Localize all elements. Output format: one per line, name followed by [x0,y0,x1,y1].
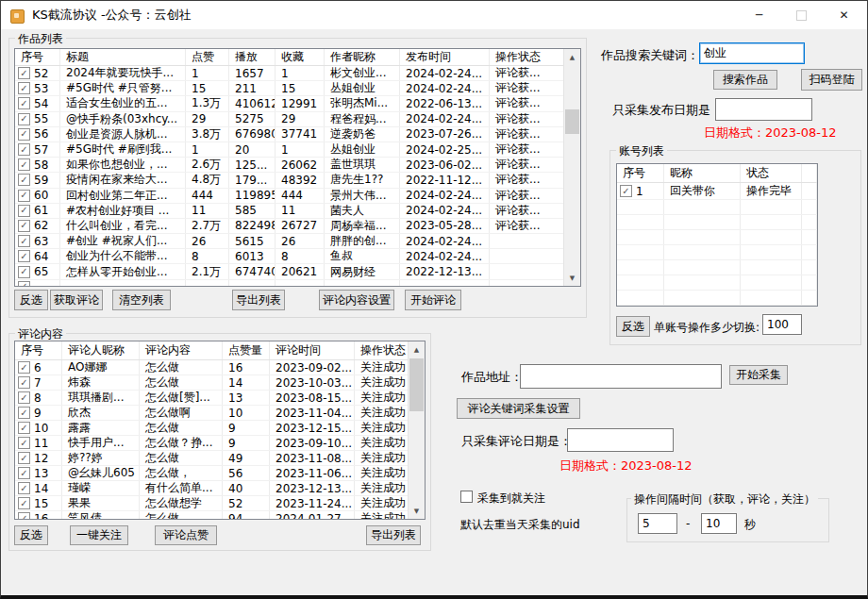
table-row[interactable]: ✓6AO娜娜怎么做162023-09-02...关注成功 [15,360,409,375]
follow-all-button[interactable]: 一键关注 [70,525,128,545]
table-row[interactable] [617,291,817,306]
row-checkbox[interactable]: ✓ [18,437,30,449]
row-checkbox[interactable]: ✓ [620,185,632,197]
column-header[interactable]: 序号 [617,164,664,182]
scroll-up-icon[interactable]: ▲ [564,49,580,65]
table-row[interactable]: ✓58如果你也想创业，...2.6万125...26062盖世琪琪2023-06… [15,158,564,173]
clear-list-button[interactable]: 清空列表 [112,290,171,310]
comments-table[interactable]: 序号评论人昵称评论内容点赞量评论时间操作状态✓6AO娜娜怎么做162023-09… [14,341,426,520]
row-checkbox[interactable]: ✓ [18,67,30,79]
column-header[interactable]: 评论时间 [270,341,355,359]
like-comments-button[interactable]: 评论点赞 [155,525,217,545]
table-row[interactable]: ✓12婷??婷怎么做492023-11-08...关注成功 [15,451,409,466]
table-row[interactable] [617,245,817,260]
table-row[interactable]: ✓8琪琪播剧...怎么做[赞]...132023-08-15...关注成功 [15,391,409,406]
table-row[interactable]: ✓63#创业 #祝家人们...26561526胖胖的创...2024-02-24… [15,234,564,249]
table-row[interactable]: ✓10露露怎么做92023-12-15...关注成功 [15,421,409,436]
row-checkbox[interactable]: ✓ [18,205,30,217]
row-checkbox[interactable]: ✓ [18,113,30,125]
table-row[interactable] [617,230,817,245]
table-row[interactable]: ✓11快手用户...怎么做？挣...92023-09-10...关注成功 [15,436,409,451]
table-row[interactable]: ✓522024年就要玩快手...116571彬文创业...2024-02-24.… [15,66,564,81]
table-row[interactable]: ✓1回关带你操作完毕 [617,183,817,200]
table-row[interactable] [617,275,817,291]
column-header[interactable]: 评论人昵称 [62,341,140,359]
row-checkbox[interactable]: ✓ [18,250,30,262]
column-header[interactable]: 播放 [229,49,275,65]
works-scrollbar[interactable]: ▲ ▼ [563,49,580,286]
table-row[interactable]: ✓55@快手粉条(03xhcy...29527529程爸程妈...2024-02… [15,112,564,127]
comment-content-settings-button[interactable]: 评论内容设置 [319,290,394,310]
column-header[interactable]: 序号 [15,341,62,359]
start-comment-button[interactable]: 开始评论 [405,290,461,310]
table-row[interactable]: ✓60回村创业第二年正...444119895444景州大伟...2024-02… [15,189,564,204]
maximize-button[interactable] [780,1,823,29]
table-row[interactable]: ✓64创业为什么不能带...860138鱼叔2024-02-24... [15,249,564,264]
interval-max-input[interactable] [701,513,737,534]
table-row[interactable]: ✓13@幺妹儿605怎么做，562023-11-06...关注成功 [15,466,409,481]
search-works-button[interactable]: 搜索作品 [713,70,777,90]
row-checkbox[interactable]: ✓ [18,190,30,202]
comment-date-input[interactable] [567,428,674,452]
minimize-button[interactable]: ─ [738,1,780,29]
row-checkbox[interactable]: ✓ [18,143,30,156]
table-row[interactable]: ✓9欣杰怎么做啊102023-11-04...关注成功 [15,406,409,421]
keyword-collect-settings-button[interactable]: 评论关键词采集设置 [457,398,580,419]
row-checkbox[interactable]: ✓ [18,482,30,494]
column-header[interactable]: 发布时间 [400,49,490,65]
column-header[interactable]: 昵称 [664,164,741,182]
column-header[interactable]: 作者昵称 [325,49,400,65]
row-checkbox[interactable]: ✓ [18,281,30,286]
export-works-button[interactable]: 导出列表 [232,290,285,310]
works-table[interactable]: 序号标题点赞播放收藏作者昵称发布时间操作状态✓522024年就要玩快手...11… [14,48,581,287]
row-checkbox[interactable]: ✓ [18,128,30,141]
start-collect-button[interactable]: 开始采集 [729,365,788,385]
comments-scrollbar[interactable]: ▲ ▼ [408,341,425,519]
keyword-input[interactable] [699,42,805,64]
accounts-invert-button[interactable]: 反选 [616,316,650,337]
scroll-down-icon[interactable]: ▼ [409,503,425,519]
row-checkbox[interactable]: ✓ [18,361,30,374]
close-button[interactable]: ✕ [823,1,865,29]
column-header[interactable]: 评论内容 [140,341,223,359]
table-row[interactable] [617,260,817,275]
row-checkbox[interactable]: ✓ [18,266,30,278]
scroll-down-icon[interactable]: ▼ [564,270,580,286]
row-checkbox[interactable]: ✓ [18,452,30,464]
table-row[interactable] [617,200,817,215]
works-invert-button[interactable]: 反选 [14,290,48,310]
interval-min-input[interactable] [638,513,677,534]
column-header[interactable]: 点赞 [186,49,229,65]
column-header[interactable]: 点赞量 [223,341,270,359]
scroll-up-icon[interactable]: ▲ [409,341,425,358]
get-comments-button[interactable]: 获取评论 [50,290,103,310]
row-checkbox[interactable]: ✓ [18,82,30,94]
row-checkbox[interactable]: ✓ [18,497,30,509]
publish-date-input[interactable] [715,98,812,121]
table-row[interactable]: ✓62什么叫创业，看完...2.7万82249826727周杨幸福...2023… [15,219,564,234]
row-checkbox[interactable]: ✓ [18,97,30,109]
table-row[interactable]: ✓53#5G时代 #只管努...1521115丛姐创业2024-02-24...… [15,81,564,96]
table-row[interactable]: ✓ [15,280,564,286]
row-checkbox[interactable]: ✓ [18,376,30,389]
table-row[interactable] [617,215,817,230]
row-checkbox[interactable]: ✓ [18,467,30,479]
table-row[interactable]: ✓56创业是资源人脉机...3.8万67698037741逆袭奶爸2023-07… [15,127,564,142]
scrollbar-thumb[interactable] [409,358,424,411]
row-checkbox[interactable]: ✓ [18,220,30,232]
column-header[interactable]: 序号 [15,49,60,65]
row-checkbox[interactable]: ✓ [18,422,30,434]
account-switch-input[interactable] [762,314,802,335]
table-row[interactable]: ✓15果果怎么做想学522023-11-24...关注成功 [15,496,409,511]
table-row[interactable]: ✓54适合女生创业的五...1.3万41061212991张明杰Mi...202… [15,96,564,111]
table-row[interactable]: ✓61#农村创业好项目 ...1158511菌夫人2024-02-24...评论… [15,204,564,219]
column-header[interactable]: 状态 [741,164,802,182]
row-checkbox[interactable]: ✓ [18,512,30,519]
scrollbar-thumb[interactable] [565,109,579,134]
table-row[interactable]: ✓7炜森怎么做142023-10-03...关注成功 [15,375,409,391]
accounts-table[interactable]: 序号昵称状态✓1回关带你操作完毕 [616,163,818,307]
qr-login-button[interactable]: 扫码登陆 [801,69,862,91]
row-checkbox[interactable]: ✓ [18,158,30,171]
column-header[interactable]: 操作状态 [355,341,409,359]
column-header[interactable] [802,164,817,182]
